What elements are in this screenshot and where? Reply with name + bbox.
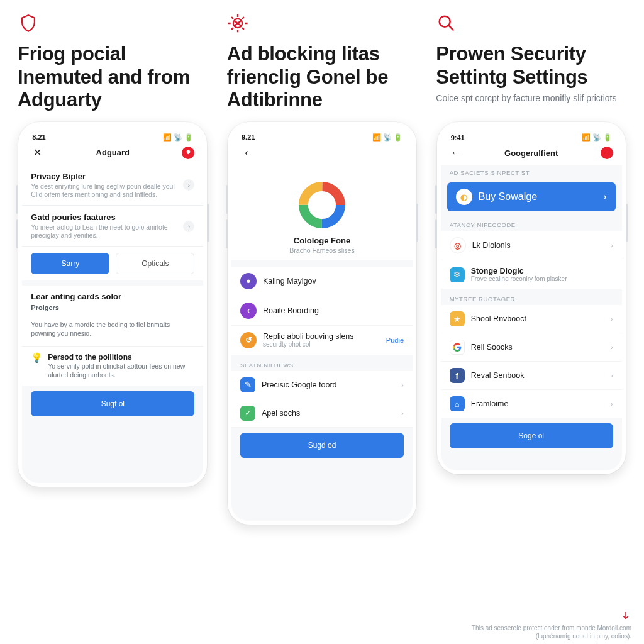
status-time: 8.21 xyxy=(32,133,45,141)
list-item[interactable]: ❄ Stonge Diogic Frove ecaling roconiry f… xyxy=(441,260,622,289)
phone-side-button xyxy=(226,219,228,248)
item-label: Apel sochs xyxy=(262,409,300,418)
svg-point-5 xyxy=(440,16,450,27)
battery-icon: 🔋 xyxy=(603,133,612,141)
home-icon: ⌂ xyxy=(450,396,465,411)
wifi-icon: 📡 xyxy=(174,133,182,141)
arrow-down-icon xyxy=(620,610,631,621)
privacy-row[interactable]: Privacy Bipler Ye dest enryiting lure li… xyxy=(22,165,203,206)
cta-button[interactable]: Sugd od xyxy=(240,433,404,458)
minus-badge-icon: − xyxy=(601,147,613,159)
donut-title: Colologe Fone xyxy=(231,236,413,245)
nav-title: Googerulfient xyxy=(441,148,622,158)
status-bar: 8.21 📶📡🔋 xyxy=(22,128,203,143)
status-time: 9.21 xyxy=(242,133,255,141)
list-item[interactable]: ● Kaling Maylgov xyxy=(231,267,413,296)
phone-side-button xyxy=(16,185,18,214)
item-icon: ◎ xyxy=(450,237,466,253)
section-label: Seatn niluews xyxy=(231,355,413,371)
group-title: Lear anting cards solor xyxy=(22,286,203,303)
button-row: Sarry Opticals xyxy=(22,247,203,280)
features-row[interactable]: Gatd pouries faatures Yo ineer aolog to … xyxy=(22,206,203,247)
item-icon: ● xyxy=(240,273,257,289)
shield-icon xyxy=(18,13,39,34)
nav-bar: ✕ Adguard xyxy=(22,143,203,165)
item-icon: ◐ xyxy=(456,189,472,205)
signal-icon: 📶 xyxy=(163,133,172,141)
magnifier-icon xyxy=(436,13,457,34)
phone-side-button xyxy=(435,219,437,248)
status-icons: 📶📡🔋 xyxy=(161,133,193,142)
chevron-right-icon: › xyxy=(611,372,613,379)
secondary-button[interactable]: Opticals xyxy=(116,253,194,274)
phone-side-button xyxy=(16,219,18,248)
column-1: Friog pocial Inemuted and from Adguarty … xyxy=(18,13,208,525)
item-label: Roaile Boording xyxy=(263,306,319,315)
top-label: Ad saciets sinpect st xyxy=(441,165,622,179)
list-item[interactable]: ◎ Lk Diolonls › xyxy=(441,231,622,260)
heading-2: Ad blocking litas frienclig Gonel be Adt… xyxy=(227,43,418,112)
footer-line-2: (luphénamíg nouet in piny, oolios). xyxy=(455,632,631,640)
group-subtitle: Prolgers xyxy=(22,303,203,315)
nav-badge[interactable] xyxy=(180,145,196,160)
list-item[interactable]: Rell Soocks › xyxy=(441,333,622,362)
phone-mockup-1: 8.21 📶📡🔋 ✕ Adguard Privacy Bipler Ye des… xyxy=(18,122,207,487)
phone-side-button xyxy=(207,204,209,242)
list-item[interactable]: ★ Shool Rnvbooct › xyxy=(441,305,622,333)
shield-badge-icon xyxy=(182,147,194,159)
highlight-row[interactable]: ◐ Buy Sowalge › xyxy=(447,182,616,211)
footer-line-1: This ad seoserele protect onder from mon… xyxy=(455,624,631,632)
footer-note: This ad seoserele protect onder from mon… xyxy=(455,610,631,640)
row-desc: Yo ineer aolog to Lean the neet to golo … xyxy=(31,223,177,240)
chevron-right-icon: › xyxy=(401,409,404,417)
chevron-right-icon: › xyxy=(611,400,613,408)
status-bar: 9.21 📶📡🔋 xyxy=(231,128,413,143)
item-action[interactable]: Pudie xyxy=(386,336,404,344)
item-sublabel: securdty phot col xyxy=(263,341,354,348)
google-icon xyxy=(450,340,465,355)
donut-chart xyxy=(297,180,347,230)
section-label: Atancy Nifeccode xyxy=(441,215,622,231)
cta-button[interactable]: Sugf ol xyxy=(31,391,194,416)
item-label: Kaling Maylgov xyxy=(263,277,316,286)
tip-row[interactable]: 💡 Persod to the pollitions Yo servinly p… xyxy=(22,346,203,386)
back-icon[interactable]: ← xyxy=(448,145,464,160)
status-bar: 9:41 📶📡🔋 xyxy=(441,128,622,143)
list-item[interactable]: ↺ Replic aboli bouving slens securdty ph… xyxy=(231,326,413,355)
cta-button[interactable]: Soge ol xyxy=(450,423,613,448)
donut-subtitle: Bracho Fameos slises xyxy=(231,247,413,254)
chevron-right-icon: › xyxy=(611,343,613,351)
item-label: Stonge Diogic xyxy=(471,267,567,275)
row-desc: Ye dest enryiting lure ling segliw poun … xyxy=(31,182,177,199)
item-label: Shool Rnvbooct xyxy=(471,314,526,323)
primary-button[interactable]: Sarry xyxy=(31,253,109,274)
nav-badge[interactable]: − xyxy=(599,145,614,160)
heading-3: Prowen Security Settintg Settings xyxy=(436,43,626,89)
row-title: Gatd pouries faatures xyxy=(31,213,177,222)
nav-title: Adguard xyxy=(22,148,203,157)
item-icon: ✓ xyxy=(240,406,255,421)
phone-mockup-3: 9:41 📶📡🔋 ← Googerulfient − Ad saciets si… xyxy=(437,122,626,474)
item-icon: ↺ xyxy=(240,332,257,348)
chevron-right-icon: › xyxy=(183,179,194,191)
highlight-label: Buy Sowalge xyxy=(479,191,537,203)
back-icon[interactable]: ‹ xyxy=(239,145,254,160)
list-item[interactable]: ⌂ Eramloime › xyxy=(441,390,622,418)
close-icon[interactable]: ✕ xyxy=(30,145,45,160)
battery-icon: 🔋 xyxy=(394,133,402,141)
chevron-right-icon: › xyxy=(401,381,404,389)
item-label: Eramloime xyxy=(471,399,509,408)
tip-title: Persod to the pollitions xyxy=(48,353,194,362)
facebook-icon: f xyxy=(450,368,465,383)
nav-bar: ‹ xyxy=(231,143,413,165)
column-2: Ad blocking litas frienclig Gonel be Adt… xyxy=(227,13,418,525)
chevron-right-icon: › xyxy=(611,315,613,323)
phone-side-button xyxy=(226,185,228,214)
lightbulb-icon: 💡 xyxy=(31,353,43,362)
list-item[interactable]: ‹ Roaile Boording xyxy=(231,296,413,326)
list-item[interactable]: f Reval Senbook › xyxy=(441,362,622,390)
list-item[interactable]: ✎ Precisic Google foord › xyxy=(231,371,413,399)
list-item[interactable]: ✓ Apel sochs › xyxy=(231,399,413,428)
item-label: Reval Senbook xyxy=(471,371,525,380)
phone-mockup-2: 9.21 📶📡🔋 ‹ xyxy=(228,122,416,525)
